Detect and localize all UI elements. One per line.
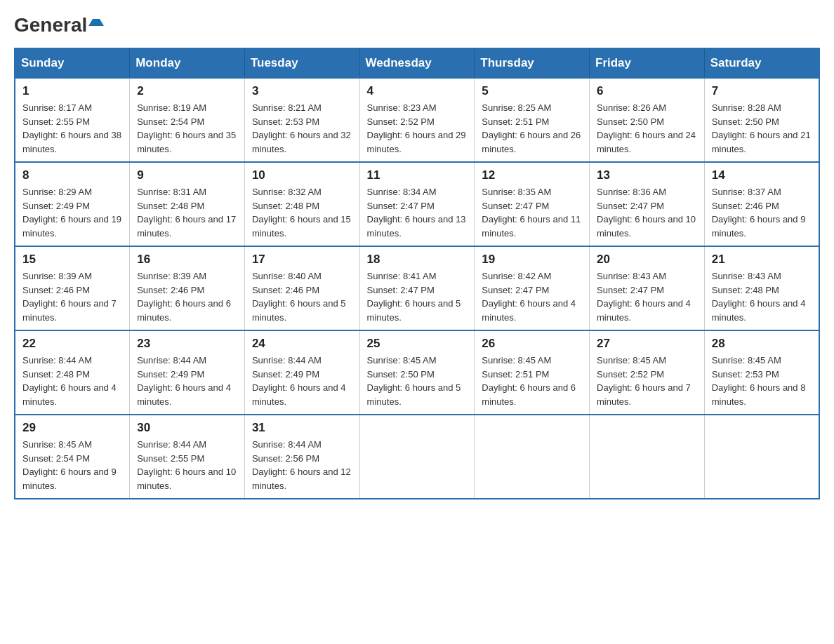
calendar-cell: 19Sunrise: 8:42 AMSunset: 2:47 PMDayligh… [475,246,590,330]
page-header: General [14,14,820,34]
day-number: 11 [367,168,468,182]
calendar-cell: 21Sunrise: 8:43 AMSunset: 2:48 PMDayligh… [704,246,819,330]
day-info: Sunrise: 8:29 AMSunset: 2:49 PMDaylight:… [22,185,122,240]
calendar-cell: 1Sunrise: 8:17 AMSunset: 2:55 PMDaylight… [15,78,130,162]
calendar-cell [475,415,590,499]
calendar-cell: 11Sunrise: 8:34 AMSunset: 2:47 PMDayligh… [359,162,475,246]
day-info: Sunrise: 8:45 AMSunset: 2:54 PMDaylight:… [22,438,122,492]
day-header-tuesday: Tuesday [244,48,359,78]
day-number: 19 [482,253,582,267]
day-info: Sunrise: 8:45 AMSunset: 2:50 PMDaylight:… [367,354,468,408]
day-number: 3 [252,84,352,98]
day-number: 9 [137,168,237,182]
calendar-week-row: 15Sunrise: 8:39 AMSunset: 2:46 PMDayligh… [15,246,819,330]
day-info: Sunrise: 8:32 AMSunset: 2:48 PMDaylight:… [252,185,352,240]
day-info: Sunrise: 8:40 AMSunset: 2:46 PMDaylight:… [252,269,352,324]
day-number: 13 [597,168,697,182]
day-number: 5 [482,84,582,98]
day-number: 20 [597,253,697,267]
day-info: Sunrise: 8:34 AMSunset: 2:47 PMDaylight:… [367,185,468,240]
day-number: 15 [22,253,122,267]
calendar-table: SundayMondayTuesdayWednesdayThursdayFrid… [14,48,820,499]
day-number: 12 [482,168,582,182]
calendar-cell: 12Sunrise: 8:35 AMSunset: 2:47 PMDayligh… [475,162,590,246]
day-number: 30 [137,421,237,435]
calendar-cell: 29Sunrise: 8:45 AMSunset: 2:54 PMDayligh… [15,415,130,499]
day-info: Sunrise: 8:37 AMSunset: 2:46 PMDaylight:… [712,185,812,240]
calendar-cell: 6Sunrise: 8:26 AMSunset: 2:50 PMDaylight… [590,78,705,162]
day-info: Sunrise: 8:44 AMSunset: 2:49 PMDaylight:… [252,354,352,408]
logo: General [14,14,104,34]
day-header-friday: Friday [590,48,705,78]
day-info: Sunrise: 8:35 AMSunset: 2:47 PMDaylight:… [482,185,582,240]
day-info: Sunrise: 8:45 AMSunset: 2:52 PMDaylight:… [597,354,697,408]
calendar-cell: 17Sunrise: 8:40 AMSunset: 2:46 PMDayligh… [244,246,359,330]
day-info: Sunrise: 8:23 AMSunset: 2:52 PMDaylight:… [367,101,468,156]
calendar-cell: 27Sunrise: 8:45 AMSunset: 2:52 PMDayligh… [590,330,705,415]
calendar-cell [704,415,819,499]
calendar-cell: 18Sunrise: 8:41 AMSunset: 2:47 PMDayligh… [359,246,475,330]
day-number: 27 [597,337,697,351]
day-info: Sunrise: 8:36 AMSunset: 2:47 PMDaylight:… [597,185,697,240]
day-number: 6 [597,84,697,98]
day-number: 28 [712,337,812,351]
day-info: Sunrise: 8:43 AMSunset: 2:47 PMDaylight:… [597,269,697,324]
day-number: 4 [367,84,468,98]
calendar-cell: 4Sunrise: 8:23 AMSunset: 2:52 PMDaylight… [359,78,475,162]
day-info: Sunrise: 8:42 AMSunset: 2:47 PMDaylight:… [482,269,582,324]
day-info: Sunrise: 8:25 AMSunset: 2:51 PMDaylight:… [482,101,582,156]
day-header-saturday: Saturday [704,48,819,78]
day-info: Sunrise: 8:45 AMSunset: 2:51 PMDaylight:… [482,354,582,408]
day-number: 31 [252,421,352,435]
svg-marker-0 [88,19,104,26]
day-header-monday: Monday [130,48,245,78]
calendar-cell: 25Sunrise: 8:45 AMSunset: 2:50 PMDayligh… [359,330,475,415]
day-info: Sunrise: 8:21 AMSunset: 2:53 PMDaylight:… [252,101,352,156]
day-number: 18 [367,253,468,267]
day-number: 16 [137,253,237,267]
day-number: 8 [22,168,122,182]
calendar-cell: 20Sunrise: 8:43 AMSunset: 2:47 PMDayligh… [590,246,705,330]
calendar-cell: 28Sunrise: 8:45 AMSunset: 2:53 PMDayligh… [704,330,819,415]
day-info: Sunrise: 8:41 AMSunset: 2:47 PMDaylight:… [367,269,468,324]
day-number: 29 [22,421,122,435]
day-number: 7 [712,84,812,98]
day-info: Sunrise: 8:28 AMSunset: 2:50 PMDaylight:… [712,101,812,156]
day-info: Sunrise: 8:17 AMSunset: 2:55 PMDaylight:… [22,101,122,156]
day-header-wednesday: Wednesday [359,48,475,78]
day-info: Sunrise: 8:43 AMSunset: 2:48 PMDaylight:… [712,269,812,324]
day-info: Sunrise: 8:39 AMSunset: 2:46 PMDaylight:… [22,269,122,324]
day-number: 26 [482,337,582,351]
day-number: 10 [252,168,352,182]
day-info: Sunrise: 8:44 AMSunset: 2:49 PMDaylight:… [137,354,237,408]
logo-arrow-icon [88,16,104,32]
calendar-cell: 14Sunrise: 8:37 AMSunset: 2:46 PMDayligh… [704,162,819,246]
day-info: Sunrise: 8:31 AMSunset: 2:48 PMDaylight:… [137,185,237,240]
day-info: Sunrise: 8:19 AMSunset: 2:54 PMDaylight:… [137,101,237,156]
day-number: 1 [22,84,122,98]
calendar-cell: 22Sunrise: 8:44 AMSunset: 2:48 PMDayligh… [15,330,130,415]
calendar-cell: 31Sunrise: 8:44 AMSunset: 2:56 PMDayligh… [244,415,359,499]
day-number: 14 [712,168,812,182]
calendar-cell: 30Sunrise: 8:44 AMSunset: 2:55 PMDayligh… [130,415,245,499]
calendar-cell: 9Sunrise: 8:31 AMSunset: 2:48 PMDaylight… [130,162,245,246]
day-info: Sunrise: 8:44 AMSunset: 2:48 PMDaylight:… [22,354,122,408]
calendar-cell: 26Sunrise: 8:45 AMSunset: 2:51 PMDayligh… [475,330,590,415]
calendar-cell: 2Sunrise: 8:19 AMSunset: 2:54 PMDaylight… [130,78,245,162]
calendar-cell: 15Sunrise: 8:39 AMSunset: 2:46 PMDayligh… [15,246,130,330]
day-number: 23 [137,337,237,351]
calendar-cell: 16Sunrise: 8:39 AMSunset: 2:46 PMDayligh… [130,246,245,330]
day-info: Sunrise: 8:39 AMSunset: 2:46 PMDaylight:… [137,269,237,324]
day-info: Sunrise: 8:44 AMSunset: 2:55 PMDaylight:… [137,438,237,492]
day-number: 24 [252,337,352,351]
calendar-cell: 23Sunrise: 8:44 AMSunset: 2:49 PMDayligh… [130,330,245,415]
calendar-week-row: 1Sunrise: 8:17 AMSunset: 2:55 PMDaylight… [15,78,819,162]
day-info: Sunrise: 8:26 AMSunset: 2:50 PMDaylight:… [597,101,697,156]
calendar-week-row: 29Sunrise: 8:45 AMSunset: 2:54 PMDayligh… [15,415,819,499]
calendar-cell: 13Sunrise: 8:36 AMSunset: 2:47 PMDayligh… [590,162,705,246]
calendar-cell: 3Sunrise: 8:21 AMSunset: 2:53 PMDaylight… [244,78,359,162]
calendar-cell: 5Sunrise: 8:25 AMSunset: 2:51 PMDaylight… [475,78,590,162]
day-number: 22 [22,337,122,351]
logo-general: General [14,14,87,36]
day-info: Sunrise: 8:45 AMSunset: 2:53 PMDaylight:… [712,354,812,408]
